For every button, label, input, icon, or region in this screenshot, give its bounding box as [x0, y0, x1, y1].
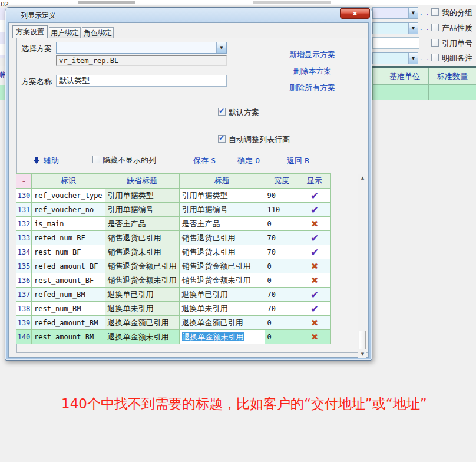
- delete-scheme-link[interactable]: 删除本方案: [268, 66, 356, 77]
- show-flag-cell[interactable]: ✔: [299, 203, 330, 217]
- header-title[interactable]: 标题: [179, 174, 265, 189]
- title-cell[interactable]: 退换单已引用: [179, 288, 265, 302]
- table-row[interactable]: 132is_main是否主产品是否主产品0✖: [16, 217, 331, 231]
- default-title-cell[interactable]: 引用单据编号: [105, 203, 179, 217]
- chevron-down-icon[interactable]: ▼: [408, 23, 418, 34]
- title-cell[interactable]: 销售退货金额已引用: [179, 259, 265, 273]
- width-cell[interactable]: 0: [265, 316, 299, 330]
- row-number-cell[interactable]: 137: [16, 288, 32, 302]
- title-cell[interactable]: 退换单未引用: [179, 302, 265, 316]
- ellipsis-link[interactable]: . .: [420, 9, 430, 16]
- show-flag-cell[interactable]: ✔: [299, 189, 330, 203]
- title-cell[interactable]: 引用单据类型: [179, 189, 265, 203]
- width-cell[interactable]: 0: [265, 330, 299, 344]
- row-number-cell[interactable]: 139: [16, 316, 32, 330]
- table-row[interactable]: 130ref_voucher_type引用单据类型引用单据类型90✔: [16, 189, 331, 203]
- width-cell[interactable]: 110: [265, 203, 299, 217]
- table-row[interactable]: 136rest_amount_BF销售退货金额未引用销售退货金额未引用0✖: [16, 273, 331, 288]
- table-row[interactable]: 140rest_amount_BM退换单金额未引用退换单金额未引用0✖: [16, 330, 331, 344]
- identifier-cell[interactable]: ref_voucher_type: [32, 189, 105, 203]
- row-number-cell[interactable]: 136: [16, 273, 32, 288]
- vertical-scrollbar[interactable]: ▲ ▼: [358, 174, 366, 358]
- width-cell[interactable]: 90: [265, 189, 299, 203]
- checkbox-product-nature[interactable]: [431, 24, 439, 31]
- checkbox-detail-remark[interactable]: [431, 54, 439, 61]
- delete-all-schemes-link[interactable]: 删除所有方案: [268, 82, 356, 93]
- row-number-cell[interactable]: 134: [16, 245, 32, 259]
- title-cell[interactable]: 销售退货已引用: [179, 231, 265, 245]
- width-cell[interactable]: 70: [265, 231, 299, 245]
- header-show[interactable]: 显示: [299, 174, 330, 189]
- show-flag-cell[interactable]: ✖: [299, 273, 330, 288]
- row-number-cell[interactable]: 132: [16, 217, 32, 231]
- chevron-down-icon[interactable]: ▼: [408, 53, 418, 64]
- identifier-cell[interactable]: refed_amount_BF: [32, 259, 105, 273]
- scheme-combobox[interactable]: ▼: [56, 42, 227, 54]
- save-button[interactable]: 保存 S: [193, 156, 216, 166]
- width-cell[interactable]: 70: [265, 245, 299, 259]
- identifier-cell[interactable]: rest_num_BM: [32, 302, 105, 316]
- add-scheme-link[interactable]: 新增显示方案: [268, 50, 356, 60]
- tab-scheme-settings[interactable]: 方案设置: [12, 25, 48, 38]
- scrollbar-up-icon[interactable]: ▲: [358, 174, 367, 182]
- width-cell[interactable]: 0: [265, 217, 299, 231]
- row-number-cell[interactable]: 130: [16, 189, 32, 203]
- back-button[interactable]: 返回 R: [287, 156, 309, 166]
- header-minus[interactable]: -: [16, 174, 32, 189]
- assist-button[interactable]: 辅助: [44, 156, 59, 166]
- row-number-cell[interactable]: 131: [16, 203, 32, 217]
- show-flag-cell[interactable]: ✔: [299, 231, 330, 245]
- title-cell[interactable]: 销售退货金额未引用: [179, 273, 265, 288]
- tab-role-binding[interactable]: 角色绑定: [82, 27, 114, 38]
- width-cell[interactable]: 0: [265, 273, 299, 288]
- row-number-cell[interactable]: 138: [16, 302, 32, 316]
- show-flag-cell[interactable]: ✖: [299, 259, 330, 273]
- table-row[interactable]: 133refed_num_BF销售退货已引用销售退货已引用70✔: [16, 231, 331, 245]
- default-title-cell[interactable]: 销售退货未引用: [105, 245, 179, 259]
- identifier-cell[interactable]: refed_amount_BM: [32, 316, 105, 330]
- chevron-down-icon[interactable]: ▼: [216, 42, 226, 53]
- default-title-cell[interactable]: 销售退货金额未引用: [105, 273, 179, 288]
- title-cell[interactable]: 是否主产品: [179, 217, 265, 231]
- background-combobox[interactable]: ▼: [372, 7, 418, 19]
- table-row[interactable]: 131ref_voucher_no引用单据编号引用单据编号110✔: [16, 203, 331, 217]
- show-flag-cell[interactable]: ✖: [299, 217, 330, 231]
- row-number-cell[interactable]: 135: [16, 259, 32, 273]
- header-default-title[interactable]: 缺省标题: [105, 174, 179, 189]
- tab-user-binding[interactable]: 用户绑定: [49, 27, 81, 38]
- header-width[interactable]: 宽度: [265, 174, 299, 189]
- default-title-cell[interactable]: 销售退货已引用: [105, 231, 179, 245]
- hide-hidden-columns-checkbox[interactable]: [92, 156, 100, 163]
- auto-row-height-checkbox[interactable]: [218, 135, 226, 143]
- identifier-cell[interactable]: is_main: [32, 217, 105, 231]
- identifier-cell[interactable]: refed_num_BF: [32, 231, 105, 245]
- table-row[interactable]: 135refed_amount_BF销售退货金额已引用销售退货金额已引用0✖: [16, 259, 331, 273]
- close-button[interactable]: ✖: [340, 8, 370, 19]
- table-row[interactable]: 139refed_amount_BM退换单金额已引用退换单金额已引用0✖: [16, 316, 331, 330]
- scheme-name-input[interactable]: [56, 75, 227, 87]
- default-title-cell[interactable]: 是否主产品: [105, 217, 179, 231]
- width-cell[interactable]: 0: [265, 259, 299, 273]
- title-cell[interactable]: 销售退货未引用: [179, 245, 265, 259]
- default-title-cell[interactable]: 退换单已引用: [105, 288, 179, 302]
- row-number-cell[interactable]: 133: [16, 231, 32, 245]
- background-combobox[interactable]: ▼: [372, 22, 418, 34]
- background-combobox[interactable]: ▼: [372, 52, 418, 64]
- ellipsis-link[interactable]: . .: [420, 54, 430, 62]
- title-cell[interactable]: 退换单金额未引用: [179, 330, 265, 344]
- default-scheme-checkbox[interactable]: [218, 108, 226, 116]
- scrollbar-down-icon[interactable]: ▼: [358, 351, 367, 358]
- show-flag-cell[interactable]: ✔: [299, 245, 330, 259]
- width-cell[interactable]: 70: [265, 288, 299, 302]
- identifier-cell[interactable]: rest_amount_BF: [32, 273, 105, 288]
- default-title-cell[interactable]: 退换单金额已引用: [105, 316, 179, 330]
- identifier-cell[interactable]: rest_amount_BM: [32, 330, 105, 344]
- default-title-cell[interactable]: 退换单未引用: [105, 302, 179, 316]
- table-row[interactable]: 134rest_num_BF销售退货未引用销售退货未引用70✔: [16, 245, 331, 259]
- title-cell[interactable]: 退换单金额已引用: [179, 316, 265, 330]
- identifier-cell[interactable]: refed_num_BM: [32, 288, 105, 302]
- row-number-cell[interactable]: 140: [16, 330, 32, 344]
- title-cell[interactable]: 引用单据编号: [179, 203, 265, 217]
- show-flag-cell[interactable]: ✖: [299, 316, 330, 330]
- chevron-down-icon[interactable]: ▼: [408, 8, 418, 18]
